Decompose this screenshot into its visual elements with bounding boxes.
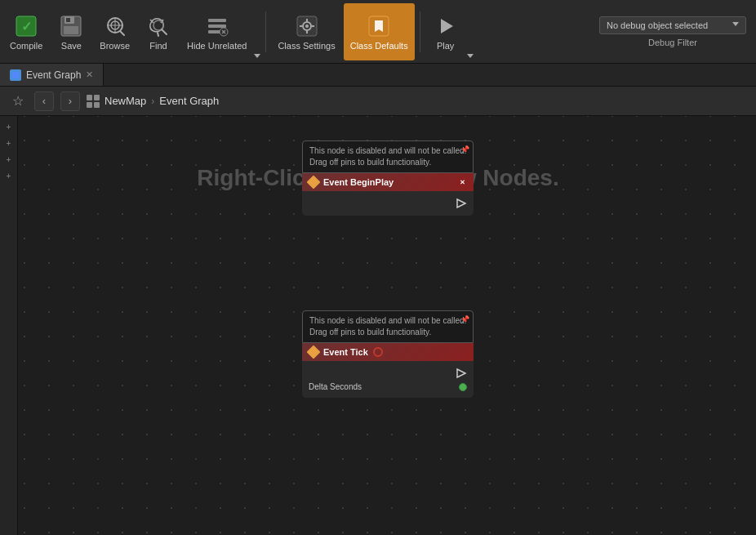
svg-rect-16 <box>208 19 226 22</box>
begin-play-close-button[interactable]: ✕ <box>457 177 467 187</box>
breadcrumb: NewMap › Event Graph <box>87 95 219 108</box>
back-button[interactable]: ‹ <box>34 91 54 111</box>
debug-dropdown-arrow <box>732 22 739 26</box>
tab-icon <box>10 69 21 81</box>
compile-icon: ✓ <box>13 13 39 39</box>
svg-rect-5 <box>66 18 70 22</box>
event-tick-pin-icon <box>373 347 383 357</box>
svg-marker-30 <box>441 19 453 33</box>
hide-unrelated-arrow[interactable] <box>254 54 260 58</box>
left-toolbar: + + + + <box>0 116 18 535</box>
delta-seconds-pin-dot <box>459 383 467 391</box>
svg-line-15 <box>162 29 167 34</box>
favorite-button[interactable]: ☆ <box>8 91 28 111</box>
hide-unrelated-button[interactable]: Hide Unrelated <box>180 3 253 60</box>
debug-filter: No debug object selected Debug Filter <box>599 16 746 47</box>
tab-close-button[interactable]: ✕ <box>86 70 93 79</box>
left-tool-2[interactable]: + <box>2 136 16 150</box>
toolbar: ✓ Compile Save <box>0 0 756 64</box>
begin-play-tooltip: This node is disabled and will not be ca… <box>302 140 474 173</box>
hide-unrelated-icon <box>204 13 230 39</box>
browse-icon <box>102 13 128 39</box>
event-tick-header: Event Tick <box>302 343 474 361</box>
left-tool-1[interactable]: + <box>2 119 16 134</box>
class-defaults-icon <box>366 13 392 39</box>
svg-line-10 <box>120 31 124 35</box>
class-settings-icon <box>294 13 320 39</box>
exec-arrow-icon-2 <box>456 368 467 379</box>
begin-play-node-body: Event BeginPlay ✕ <box>302 173 474 216</box>
delta-seconds-pin[interactable]: Delta Seconds <box>309 381 467 393</box>
debug-object-dropdown[interactable]: No debug object selected <box>599 16 746 34</box>
event-tick-tooltip: This node is disabled and will not be ca… <box>302 310 474 343</box>
begin-play-exec-pin[interactable] <box>309 196 467 211</box>
svg-marker-32 <box>457 199 465 207</box>
canvas-area[interactable]: + + + + Right-Click to Create New Nodes.… <box>0 116 756 535</box>
find-button[interactable]: Find <box>138 3 179 60</box>
save-icon <box>58 13 84 39</box>
play-button[interactable]: Play <box>425 3 466 60</box>
forward-button[interactable]: › <box>60 91 80 111</box>
event-tick-diamond-icon <box>307 346 321 359</box>
left-tool-4[interactable]: + <box>2 168 16 183</box>
breadcrumb-separator: › <box>151 96 154 107</box>
exec-arrow-icon <box>456 198 467 209</box>
separator-2 <box>420 11 420 52</box>
pin-icon: 📌 <box>460 145 469 155</box>
browse-button[interactable]: Browse <box>93 3 136 60</box>
pin-icon-2: 📌 <box>460 314 469 325</box>
event-tick-node[interactable]: This node is disabled and will not be ca… <box>302 310 474 398</box>
begin-play-body <box>302 191 474 216</box>
event-tick-exec-pin[interactable] <box>309 366 467 381</box>
begin-play-node[interactable]: This node is disabled and will not be ca… <box>302 140 474 216</box>
svg-rect-31 <box>12 72 19 78</box>
svg-marker-33 <box>457 369 465 377</box>
svg-text:✓: ✓ <box>21 20 32 33</box>
svg-point-24 <box>305 25 309 28</box>
begin-play-header: Event BeginPlay ✕ <box>302 173 474 191</box>
event-tick-body: Delta Seconds <box>302 361 474 398</box>
save-button[interactable]: Save <box>51 3 91 60</box>
find-icon <box>145 13 171 39</box>
breadcrumb-bar: ☆ ‹ › NewMap › Event Graph <box>0 87 756 116</box>
svg-line-13 <box>158 33 158 36</box>
compile-button[interactable]: ✓ Compile <box>3 3 49 60</box>
play-icon <box>433 13 459 39</box>
class-defaults-button[interactable]: Class Defaults <box>344 3 415 60</box>
separator-1 <box>265 11 266 52</box>
class-settings-button[interactable]: Class Settings <box>271 3 341 60</box>
left-tool-3[interactable]: + <box>2 152 16 167</box>
play-arrow[interactable] <box>467 54 474 58</box>
svg-rect-17 <box>208 25 226 28</box>
tab-event-graph[interactable]: Event Graph ✕ <box>0 64 104 86</box>
breadcrumb-grid-icon <box>87 95 100 108</box>
svg-rect-4 <box>64 26 78 34</box>
tab-bar: Event Graph ✕ <box>0 64 756 87</box>
event-tick-node-body: Event Tick Delta Seconds <box>302 343 474 398</box>
event-diamond-icon <box>307 176 321 189</box>
